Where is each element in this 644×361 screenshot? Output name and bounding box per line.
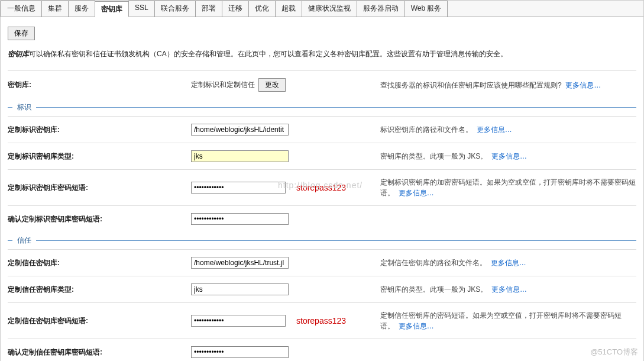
tab-webservices[interactable]: Web 服务 <box>404 1 448 17</box>
watermark-corner: @51CTO博客 <box>590 347 638 357</box>
keystore-value: 定制标识和定制信任 <box>191 80 255 90</box>
identity-type-label: 定制标识密钥库类型: <box>8 152 191 162</box>
identity-pass-confirm-input[interactable] <box>191 213 289 225</box>
change-button[interactable]: 更改 <box>258 78 286 92</box>
section-trust: 信任 <box>8 236 636 246</box>
identity-keystore-label: 定制标识密钥库: <box>8 125 191 135</box>
more-info-link[interactable]: 更多信息… <box>477 125 512 134</box>
more-info-link[interactable]: 更多信息… <box>399 189 434 197</box>
desc-body: 可以确保私有密钥和信任证书颁发机构（CA）的安全存储和管理。在此页中，您可以查看… <box>29 50 507 58</box>
trust-type-label: 定制信任密钥库类型: <box>8 285 191 295</box>
tab-federation[interactable]: 联合服务 <box>154 1 196 17</box>
more-info-link[interactable]: 更多信息… <box>491 259 526 267</box>
trust-keystore-label: 定制信任密钥库: <box>8 258 191 268</box>
trust-keystore-help: 定制信任密钥库的路径和文件名。 <box>380 259 487 267</box>
tab-bar: 一般信息 集群 服务 密钥库 SSL 联合服务 部署 迁移 优化 超载 健康状况… <box>1 1 643 17</box>
tab-overload[interactable]: 超载 <box>275 1 302 17</box>
tab-serverstart[interactable]: 服务器启动 <box>357 1 405 17</box>
trust-pass-confirm-input[interactable] <box>191 346 289 358</box>
trust-keystore-input[interactable] <box>191 257 289 269</box>
tab-deploy[interactable]: 部署 <box>195 1 222 17</box>
tab-services[interactable]: 服务 <box>68 1 95 17</box>
section-trust-label: 信任 <box>12 236 36 246</box>
keystore-help: 查找服务器的标识和信任密钥库时应该使用哪些配置规则? <box>380 81 562 89</box>
identity-keystore-input[interactable] <box>191 124 289 136</box>
trust-pass-confirm-label: 确认定制信任密钥库密码短语: <box>8 347 191 357</box>
trust-type-help: 密钥库的类型。此项一般为 JKS。 <box>380 285 487 294</box>
tab-migrate[interactable]: 迁移 <box>222 1 249 17</box>
tab-cluster[interactable]: 集群 <box>41 1 69 17</box>
identity-keystore-help: 标识密钥库的路径和文件名。 <box>380 125 473 134</box>
tab-keystore[interactable]: 密钥库 <box>95 1 129 17</box>
keystore-label: 密钥库: <box>8 80 191 90</box>
identity-pass-input[interactable] <box>191 182 286 194</box>
more-info-link[interactable]: 更多信息… <box>491 152 527 160</box>
more-info-link[interactable]: 更多信息… <box>491 285 527 294</box>
identity-pass-label: 定制标识密钥库密码短语: <box>8 183 191 193</box>
page-description: 密钥库可以确保私有密钥和信任证书颁发机构（CA）的安全存储和管理。在此页中，您可… <box>8 49 636 60</box>
save-button-top[interactable]: 保存 <box>8 27 35 40</box>
identity-type-help: 密钥库的类型。此项一般为 JKS。 <box>380 152 487 160</box>
identity-pass-confirm-label: 确认定制标识密钥库密码短语: <box>8 214 191 224</box>
tab-health[interactable]: 健康状况监视 <box>302 1 357 17</box>
trust-pass-input[interactable] <box>191 315 286 327</box>
more-info-link[interactable]: 更多信息… <box>565 81 601 89</box>
section-identity-label: 标识 <box>12 102 36 112</box>
trust-pass-label: 定制信任密钥库密码短语: <box>8 316 191 326</box>
identity-type-input[interactable] <box>191 150 289 162</box>
more-info-link[interactable]: 更多信息… <box>399 322 434 330</box>
tab-general[interactable]: 一般信息 <box>1 1 42 17</box>
section-identity: 标识 <box>8 102 636 112</box>
tab-ssl[interactable]: SSL <box>128 1 155 17</box>
desc-prefix: 密钥库 <box>8 50 29 58</box>
trust-type-input[interactable] <box>191 283 289 295</box>
tab-tuning[interactable]: 优化 <box>248 1 276 17</box>
